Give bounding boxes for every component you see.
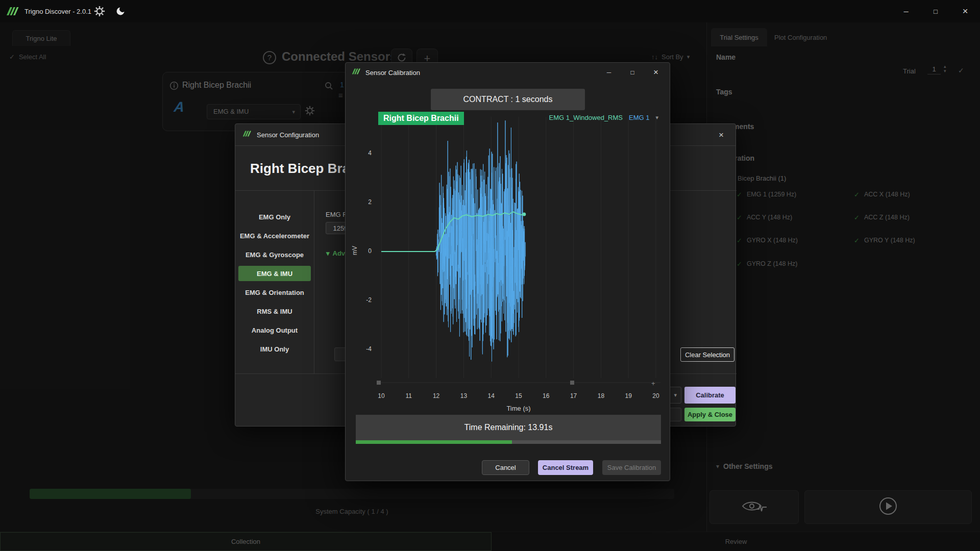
mode-item[interactable]: EMG & Orientation: [238, 285, 311, 300]
dialog-maximize-button[interactable]: □: [621, 63, 644, 82]
cancel-button[interactable]: Cancel: [482, 460, 529, 475]
divider: [314, 191, 314, 373]
x-tick-label: 12: [429, 392, 444, 399]
time-remaining-banner: Time Remaining: 13.91s: [356, 415, 661, 440]
delsys-logo-icon: [352, 68, 361, 77]
cancel-stream-button[interactable]: Cancel Stream: [538, 460, 593, 475]
delsys-logo-icon: [6, 6, 19, 16]
delsys-logo-icon: [242, 130, 252, 139]
calibrate-button[interactable]: Calibrate: [684, 387, 736, 404]
mode-item[interactable]: IMU Only: [238, 341, 311, 357]
window-close-button[interactable]: ×: [950, 0, 980, 22]
x-tick-label: 19: [621, 392, 636, 399]
x-tick-label: 15: [511, 392, 526, 399]
save-calibration-button[interactable]: Save Calibration: [602, 460, 661, 475]
svg-text:+: +: [651, 380, 655, 387]
mode-item[interactable]: RMS & IMU: [238, 304, 311, 319]
sensor-calibration-dialog: Sensor Calibration ─ □ × CONTRACT : 1 se…: [345, 62, 670, 481]
mode-item[interactable]: Analog Output: [238, 322, 311, 338]
mode-item[interactable]: EMG & Gyroscope: [238, 247, 311, 262]
emg-plot-canvas[interactable]: +: [376, 117, 662, 388]
app-title: Trigno Discover - 2.0.1: [24, 8, 91, 15]
window-maximize-button[interactable]: □: [921, 0, 950, 22]
x-tick-label: 11: [401, 392, 416, 399]
dark-mode-moon-icon[interactable]: [115, 6, 126, 16]
window-controls: ─ □ ×: [891, 0, 980, 22]
calibration-progress-bar: [356, 440, 661, 444]
x-tick-label: 20: [648, 392, 664, 399]
chevron-down-icon: ▾: [674, 392, 677, 398]
titlebar[interactable]: Trigno Discover - 2.0.1 ─ □ ×: [0, 0, 980, 22]
x-tick-label: 17: [566, 392, 581, 399]
settings-gear-icon[interactable]: [94, 6, 105, 17]
mode-item[interactable]: EMG Only: [238, 209, 311, 224]
mode-item[interactable]: EMG & Accelerometer: [238, 228, 311, 243]
config-dialog-title: Sensor Configuration: [257, 131, 319, 139]
chart-sensor-chip: Right Bicep Brachii: [378, 112, 464, 125]
chevron-down-icon: ▾: [326, 249, 330, 257]
y-tick-label: -2: [353, 296, 372, 304]
window-minimize-button[interactable]: ─: [891, 0, 921, 22]
x-tick-label: 10: [374, 392, 389, 399]
x-tick-label: 16: [538, 392, 554, 399]
x-tick-label: 14: [483, 392, 499, 399]
x-tick-label: 18: [593, 392, 608, 399]
dialog-minimize-button[interactable]: ─: [597, 63, 621, 82]
y-tick-label: -4: [353, 345, 372, 353]
chart-legend: EMG 1_Windowed_RMS EMG 1 ▾: [549, 114, 659, 121]
chevron-down-icon[interactable]: ▾: [655, 114, 658, 121]
emg-chart[interactable]: + 420-2-4 mV 1011121314151617181920 Time…: [376, 117, 662, 388]
sensor-mode-list: EMG Only EMG & Accelerometer EMG & Gyros…: [235, 191, 314, 373]
apply-close-button[interactable]: Apply & Close: [684, 408, 736, 421]
legend-emg-label[interactable]: EMG 1: [629, 114, 649, 121]
x-axis-ticks: 1011121314151617181920: [376, 392, 662, 400]
calibration-window-controls: ─ □ ×: [597, 63, 668, 82]
legend-rms-label[interactable]: EMG 1_Windowed_RMS: [549, 114, 623, 121]
y-axis-label: mV: [351, 243, 358, 258]
dialog-close-button[interactable]: ×: [644, 63, 668, 82]
y-tick-label: 4: [353, 149, 372, 157]
x-tick-label: 13: [456, 392, 471, 399]
calibration-progress-fill: [356, 440, 512, 444]
calibration-phase-banner: CONTRACT : 1 seconds: [431, 89, 585, 110]
x-axis-label: Time (s): [376, 405, 662, 412]
clear-selection-button[interactable]: Clear Selection: [680, 347, 734, 362]
config-close-icon[interactable]: ×: [710, 124, 732, 146]
y-tick-label: 2: [353, 198, 372, 206]
mode-item[interactable]: EMG & IMU: [238, 266, 311, 281]
calibration-dialog-title: Sensor Calibration: [365, 69, 420, 77]
